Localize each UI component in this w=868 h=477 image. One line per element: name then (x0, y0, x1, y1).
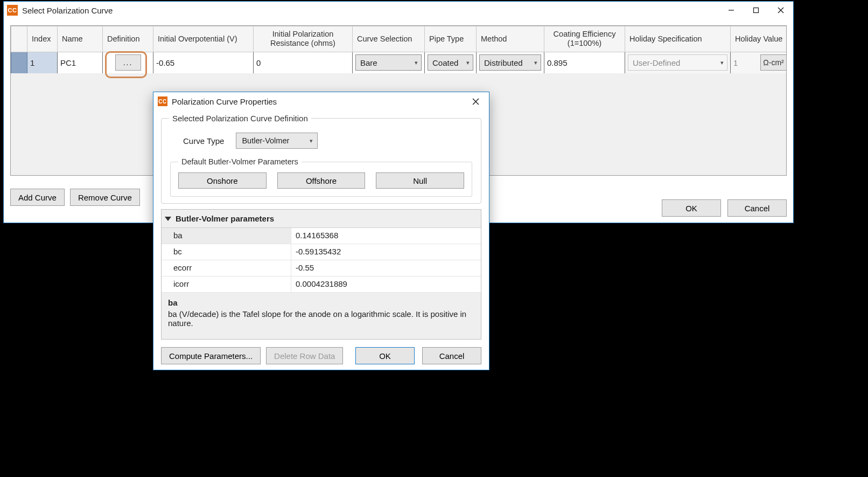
holiday-spec-value: User-Defined (633, 58, 680, 67)
property-name: bc (162, 244, 291, 260)
defaults-group: Default Butler-Volmer Parameters Onshore… (170, 157, 472, 197)
defaults-group-label: Default Butler-Volmer Parameters (178, 157, 302, 166)
property-category-label: Butler-Volmer parameters (176, 214, 274, 223)
offshore-button[interactable]: Offshore (277, 172, 366, 189)
curve-type-value: Butler-Volmer (242, 136, 289, 145)
col-pipe-type[interactable]: Pipe Type (425, 26, 477, 52)
method-value: Distributed (484, 58, 523, 67)
property-row-ecorr[interactable]: ecorr -0.55 (162, 260, 481, 276)
remove-curve-button[interactable]: Remove Curve (70, 189, 140, 206)
property-row-ba[interactable]: ba 0.14165368 (162, 228, 481, 244)
curve-selection-dropdown[interactable]: Bare ▾ (355, 54, 422, 71)
table-row[interactable]: 1 PC1 ... -0.65 0 Bare ▾ (11, 52, 787, 73)
app-icon: CC (158, 96, 167, 106)
dialog-bottom-row: Compute Parameters... Delete Row Data OK… (161, 347, 481, 364)
curve-type-label: Curve Type (183, 136, 224, 146)
pipe-type-dropdown[interactable]: Coated ▾ (428, 54, 473, 71)
compute-parameters-button[interactable]: Compute Parameters... (161, 347, 261, 364)
dialog-cancel-button[interactable]: Cancel (422, 347, 481, 364)
col-definition[interactable]: Definition (103, 26, 153, 52)
cell-holiday-spec: User-Defined ▾ (625, 52, 731, 73)
col-index[interactable]: Index (27, 26, 58, 52)
property-value[interactable]: 0.14165368 (291, 228, 481, 244)
svg-rect-1 (754, 8, 759, 13)
property-value[interactable]: -0.59135432 (291, 244, 481, 260)
cell-pipe-type: Coated ▾ (425, 52, 477, 73)
property-grid-header[interactable]: Butler-Volmer parameters (162, 210, 481, 228)
onshore-button[interactable]: Onshore (178, 172, 267, 189)
col-init-pol-res[interactable]: Initial Polarization Resistance (ohms) (254, 26, 353, 52)
property-row-bc[interactable]: bc -0.59135432 (162, 244, 481, 260)
cell-init-overpotential[interactable]: -0.65 (153, 52, 254, 73)
close-button[interactable] (768, 2, 793, 18)
cell-init-pol-res[interactable]: 0 (254, 52, 353, 73)
table-header-row: Index Name Definition Initial Overpotent… (11, 26, 787, 52)
method-dropdown[interactable]: Distributed ▾ (479, 54, 541, 71)
holiday-spec-dropdown: User-Defined ▾ (628, 54, 727, 71)
disclosure-triangle-icon[interactable] (165, 217, 171, 221)
property-row-icorr[interactable]: icorr 0.0004231889 (162, 276, 481, 293)
dialog-title: Polarization Curve Properties (172, 97, 277, 106)
dialog-ok-button[interactable]: OK (355, 347, 415, 364)
holiday-unit-label: Ω-cm² (760, 54, 787, 71)
property-value[interactable]: -0.55 (291, 260, 481, 276)
col-coating-eff[interactable]: Coating Efficiency (1=100%) (544, 26, 625, 52)
col-init-overpotential[interactable]: Initial Overpotential (V) (153, 26, 254, 52)
property-name: icorr (162, 276, 291, 292)
cell-coating-eff[interactable]: 0.895 (544, 52, 625, 73)
dialog-titlebar: CC Polarization Curve Properties (153, 92, 489, 110)
curve-type-dropdown[interactable]: Butler-Volmer ▾ (236, 133, 318, 149)
cell-definition: ... (103, 52, 153, 73)
property-value[interactable]: 0.0004231889 (291, 276, 481, 292)
row-header[interactable] (11, 52, 27, 73)
chevron-down-icon: ▾ (534, 59, 537, 66)
polarization-curve-properties-dialog: CC Polarization Curve Properties Selecte… (153, 92, 489, 370)
cell-method: Distributed ▾ (477, 52, 544, 73)
col-holiday-value[interactable]: Holiday Value (731, 26, 787, 52)
ok-button[interactable]: OK (662, 199, 721, 217)
cell-index[interactable]: 1 (27, 52, 58, 73)
dialog-close-button[interactable] (464, 94, 487, 109)
curve-table[interactable]: Index Name Definition Initial Overpotent… (11, 26, 787, 74)
col-curve-selection[interactable]: Curve Selection (353, 26, 425, 52)
cell-curve-selection: Bare ▾ (353, 52, 425, 73)
definition-group-label: Selected Polarization Curve Definition (169, 114, 311, 123)
app-icon: CC (7, 5, 18, 16)
cancel-button[interactable]: Cancel (727, 199, 787, 217)
cell-holiday-value: 1 Ω-cm² (731, 52, 787, 73)
description-header: ba (168, 298, 474, 307)
holiday-value: 1 (733, 58, 758, 67)
maximize-button[interactable] (744, 2, 768, 18)
definition-ellipsis-button[interactable]: ... (115, 54, 141, 71)
description-body: ba (V/decade) is the Tafel slope for the… (168, 309, 474, 328)
add-curve-button[interactable]: Add Curve (10, 189, 65, 206)
curve-selection-value: Bare (360, 58, 377, 67)
property-name: ecorr (162, 260, 291, 276)
null-button[interactable]: Null (376, 172, 464, 189)
chevron-down-icon: ▾ (310, 137, 313, 144)
window-title: Select Polarization Curve (22, 6, 113, 15)
property-description-pane: ba ba (V/decade) is the Tafel slope for … (162, 293, 481, 339)
col-holiday-spec[interactable]: Holiday Specification (625, 26, 731, 52)
chevron-down-icon: ▾ (415, 59, 418, 66)
chevron-down-icon: ▾ (466, 59, 470, 66)
cell-name[interactable]: PC1 (58, 52, 103, 73)
definition-group: Selected Polarization Curve Definition C… (161, 114, 481, 204)
minimize-button[interactable] (719, 2, 744, 18)
col-method[interactable]: Method (477, 26, 544, 52)
parent-titlebar: CC Select Polarization Curve (4, 2, 793, 19)
delete-row-data-button: Delete Row Data (266, 347, 343, 364)
pipe-type-value: Coated (432, 58, 458, 67)
property-name: ba (162, 228, 291, 244)
chevron-down-icon: ▾ (720, 59, 724, 66)
property-grid[interactable]: Butler-Volmer parameters ba 0.14165368 b… (161, 209, 481, 340)
col-name[interactable]: Name (58, 26, 103, 52)
